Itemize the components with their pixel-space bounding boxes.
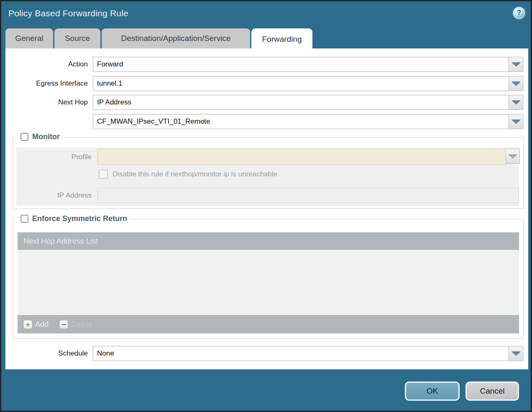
action-value[interactable]: Forward — [93, 57, 509, 72]
next-hop-address-dropdown-button[interactable] — [509, 114, 523, 129]
next-hop-address-list-table: Next Hop Address List + Add − Delete — [18, 232, 519, 333]
dialog-title: Policy Based Forwarding Rule — [8, 8, 128, 18]
add-button-label: Add — [35, 320, 49, 329]
next-hop-address-value[interactable]: CF_MWAN_IPsec_VTI_01_Remote — [93, 114, 509, 129]
enforce-symmetric-return-section: Enforce Symmetric Return Next Hop Addres… — [13, 219, 524, 338]
next-hop-dropdown-button[interactable] — [509, 95, 523, 110]
profile-dropdown-button[interactable] — [506, 149, 520, 164]
next-hop-value[interactable]: IP Address — [93, 95, 509, 110]
disable-rule-checkbox[interactable] — [99, 170, 108, 179]
monitor-panel: Profile Disable this rule if nexthop/mon… — [16, 148, 519, 206]
enforce-symmetric-return-label: Enforce Symmetric Return — [32, 214, 127, 223]
delete-button-label: Delete — [71, 320, 93, 329]
next-hop-address-list-header: Next Hop Address List — [18, 232, 519, 250]
next-hop-row: Next Hop — [5, 95, 88, 110]
add-icon: + — [23, 320, 32, 329]
delete-button[interactable]: − Delete — [59, 320, 93, 329]
next-hop-dropdown: IP Address — [93, 95, 523, 110]
tab-bar: General Source Destination/Application/S… — [5, 28, 312, 50]
tab-source[interactable]: Source — [54, 28, 100, 48]
monitor-legend-label: Monitor — [32, 132, 60, 141]
pbf-rule-dialog: Policy Based Forwarding Rule ? General S… — [0, 0, 532, 412]
forwarding-tab-panel: Action Forward Egress Interface tunnel.1… — [5, 48, 528, 369]
tab-forwarding[interactable]: Forwarding — [251, 28, 312, 50]
help-icon[interactable]: ? — [513, 7, 525, 19]
monitor-ip-address-label: IP Address — [16, 191, 92, 200]
tab-destination-application-service[interactable]: Destination/Application/Service — [102, 28, 250, 48]
profile-dropdown — [97, 149, 520, 165]
enforce-symmetric-return-legend: Enforce Symmetric Return — [16, 214, 131, 223]
action-label: Action — [5, 57, 88, 72]
egress-interface-value[interactable]: tunnel.1 — [93, 76, 509, 91]
schedule-row: Schedule — [5, 346, 88, 361]
disable-rule-label: Disable this rule if nexthop/monitor ip … — [113, 170, 277, 178]
add-button[interactable]: + Add — [23, 320, 49, 329]
cancel-button[interactable]: Cancel — [466, 381, 519, 401]
egress-interface-row: Egress Interface — [5, 76, 88, 91]
action-row: Action — [5, 57, 88, 72]
chevron-down-icon — [512, 62, 521, 66]
next-hop-address-list-toolbar: + Add − Delete — [18, 315, 519, 333]
delete-icon: − — [59, 320, 68, 329]
next-hop-label: Next Hop — [5, 95, 88, 110]
monitor-checkbox[interactable] — [20, 133, 28, 141]
chevron-down-icon — [512, 81, 521, 86]
enforce-symmetric-return-checkbox[interactable] — [20, 215, 28, 223]
schedule-dropdown-button[interactable] — [509, 346, 523, 361]
monitor-ip-address-input[interactable] — [97, 188, 519, 203]
chevron-down-icon — [512, 100, 521, 104]
chevron-down-icon — [508, 154, 517, 158]
egress-interface-dropdown-button[interactable] — [509, 76, 523, 91]
schedule-label: Schedule — [5, 346, 88, 361]
disable-rule-row: Disable this rule if nexthop/monitor ip … — [99, 170, 277, 179]
egress-interface-dropdown: tunnel.1 — [93, 76, 523, 91]
chevron-down-icon — [512, 120, 521, 124]
monitor-section: Monitor Profile Disable this rule if nex… — [13, 137, 524, 209]
monitor-legend: Monitor — [16, 132, 64, 141]
profile-label: Profile — [16, 153, 92, 161]
profile-value[interactable] — [97, 149, 506, 165]
ok-button[interactable]: OK — [405, 381, 460, 401]
chevron-down-icon — [512, 351, 521, 356]
tab-general[interactable]: General — [5, 28, 53, 48]
egress-interface-label: Egress Interface — [5, 76, 88, 91]
action-dropdown: Forward — [93, 57, 523, 72]
action-dropdown-button[interactable] — [509, 57, 523, 72]
schedule-value[interactable]: None — [93, 346, 509, 361]
next-hop-address-dropdown: CF_MWAN_IPsec_VTI_01_Remote — [93, 114, 523, 129]
schedule-dropdown: None — [93, 346, 523, 361]
next-hop-address-list-body — [18, 250, 519, 315]
